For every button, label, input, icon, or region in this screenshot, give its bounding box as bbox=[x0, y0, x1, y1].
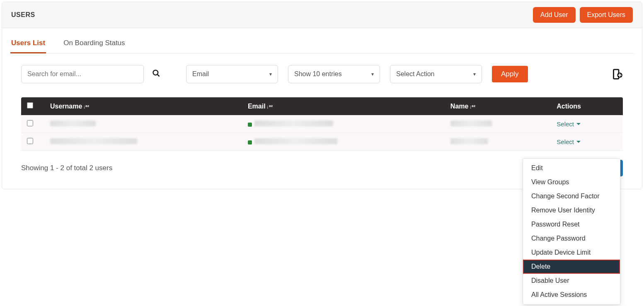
search-icon[interactable] bbox=[152, 69, 160, 80]
search-field-value: Email bbox=[192, 70, 209, 78]
sort-icon: ↓ᵃᶻ bbox=[469, 104, 475, 110]
select-all-checkbox[interactable] bbox=[27, 102, 33, 108]
col-name[interactable]: Name↓ᵃᶻ bbox=[445, 97, 551, 115]
bulk-action-select[interactable]: Select Action ▾ bbox=[390, 65, 482, 83]
tabs: Users List On Boarding Status bbox=[10, 34, 634, 53]
chevron-down-icon: ▾ bbox=[371, 71, 374, 77]
cell-username bbox=[44, 115, 242, 133]
row-checkbox[interactable] bbox=[27, 138, 33, 144]
sort-icon: ↓ᵃᶻ bbox=[83, 104, 89, 110]
export-users-button[interactable]: Export Users bbox=[580, 7, 633, 23]
svg-line-1 bbox=[157, 74, 160, 76]
bulk-action-value: Select Action bbox=[396, 70, 435, 78]
showing-count: Showing 1 - 2 of total 2 users bbox=[21, 164, 112, 172]
cell-username bbox=[44, 133, 242, 151]
page-size-value: Show 10 entries bbox=[294, 70, 342, 78]
menu-edit[interactable]: Edit bbox=[523, 161, 620, 175]
col-actions: Actions bbox=[551, 97, 623, 115]
table-row: Select bbox=[21, 133, 623, 151]
tab-onboarding-status[interactable]: On Boarding Status bbox=[63, 34, 126, 53]
cell-email bbox=[242, 115, 445, 133]
col-email[interactable]: Email↓ᵃᶻ bbox=[242, 97, 445, 115]
select-all-header bbox=[21, 97, 44, 115]
panel-header: USERS Add User Export Users bbox=[2, 2, 642, 28]
cell-email bbox=[242, 133, 445, 151]
caret-down-icon bbox=[576, 141, 581, 143]
svg-point-0 bbox=[153, 70, 158, 75]
search-field-select[interactable]: Email ▾ bbox=[186, 65, 278, 83]
page-size-select[interactable]: Show 10 entries ▾ bbox=[288, 65, 380, 83]
cell-name bbox=[445, 133, 551, 151]
page-title: USERS bbox=[11, 11, 35, 19]
users-table: Username↓ᵃᶻ Email↓ᵃᶻ Name↓ᵃᶻ Actions bbox=[21, 97, 623, 151]
apply-button[interactable]: Apply bbox=[492, 66, 528, 82]
filters-row: Email ▾ Show 10 entries ▾ Select Action … bbox=[10, 65, 634, 83]
row-action-select[interactable]: Select bbox=[557, 138, 581, 145]
add-device-icon[interactable] bbox=[610, 68, 623, 80]
tab-users-list[interactable]: Users List bbox=[10, 34, 46, 53]
chevron-down-icon: ▾ bbox=[473, 71, 476, 77]
table-row: Select bbox=[21, 115, 623, 133]
caret-down-icon bbox=[576, 123, 581, 125]
cell-name bbox=[445, 115, 551, 133]
status-dot-icon bbox=[248, 140, 252, 145]
sort-icon: ↓ᵃᶻ bbox=[266, 104, 273, 110]
menu-change-second-factor[interactable]: Change Second Factor bbox=[523, 189, 620, 191]
search-input[interactable] bbox=[21, 65, 144, 83]
row-action-select[interactable]: Select bbox=[557, 120, 581, 128]
row-actions-menu: Edit View Groups Change Second Factor Re… bbox=[523, 158, 620, 191]
menu-view-groups[interactable]: View Groups bbox=[523, 175, 620, 189]
add-user-button[interactable]: Add User bbox=[533, 7, 576, 23]
row-checkbox[interactable] bbox=[27, 120, 33, 126]
chevron-down-icon: ▾ bbox=[269, 71, 272, 77]
status-dot-icon bbox=[248, 123, 252, 127]
col-username[interactable]: Username↓ᵃᶻ bbox=[44, 97, 242, 115]
header-actions: Add User Export Users bbox=[533, 7, 633, 23]
